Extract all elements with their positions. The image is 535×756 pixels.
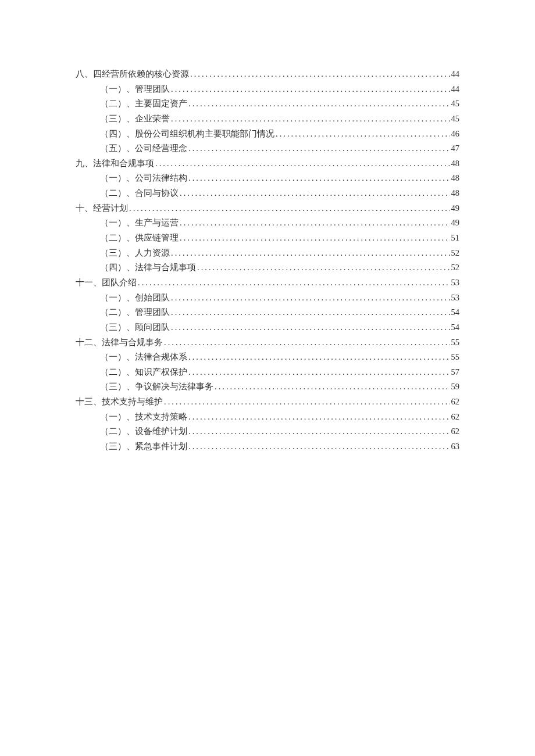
- toc-entry-page: 59: [451, 379, 460, 394]
- toc-leader-dots: [188, 439, 450, 454]
- toc-entry-label: （三）、企业荣誉: [100, 112, 170, 126]
- toc-entry: （二）、主要固定资产45: [76, 96, 459, 111]
- toc-entry: 十二、法律与合规事务55: [76, 335, 459, 350]
- toc-entry-label: （三）、紧急事件计划: [100, 439, 187, 454]
- toc-leader-dots: [171, 305, 450, 320]
- toc-entry: 九、法律和合规事项48: [76, 156, 459, 171]
- toc-entry-page: 48: [451, 171, 460, 185]
- toc-entry: （三）、企业荣誉45: [76, 112, 459, 126]
- toc-leader-dots: [215, 379, 450, 394]
- toc-entry-page: 48: [451, 186, 460, 200]
- toc-entry: （二）、合同与协议48: [76, 186, 459, 200]
- toc-entry-page: 45: [451, 96, 460, 111]
- toc-entry: （一）、法律合规体系55: [76, 350, 459, 364]
- toc-entry-label: （三）、争议解决与法律事务: [100, 379, 213, 394]
- toc-leader-dots: [171, 82, 450, 96]
- toc-entry-label: （一）、法律合规体系: [100, 350, 187, 364]
- toc-entry: 十三、技术支持与维护62: [76, 395, 459, 409]
- toc-entry-page: 49: [451, 216, 460, 230]
- toc-entry: （一）、管理团队44: [76, 82, 459, 96]
- toc-entry-page: 54: [451, 305, 460, 320]
- toc-entry-page: 44: [451, 82, 460, 96]
- toc-entry-label: 十二、法律与合规事务: [76, 335, 163, 350]
- toc-entry-page: 48: [451, 156, 460, 171]
- toc-entry-label: （一）、公司法律结构: [100, 171, 187, 185]
- toc-entry-label: （二）、主要固定资产: [100, 96, 187, 111]
- toc-entry-page: 62: [451, 395, 460, 409]
- toc-entry-page: 47: [451, 141, 460, 156]
- toc-entry: （四）、法律与合规事项52: [76, 260, 459, 275]
- toc-entry-label: 九、法律和合规事项: [76, 156, 154, 171]
- toc-entry: （一）、公司法律结构48: [76, 171, 459, 185]
- toc-leader-dots: [164, 395, 450, 409]
- toc-entry-page: 44: [451, 67, 460, 81]
- toc-leader-dots: [188, 410, 450, 424]
- toc-entry: （三）、争议解决与法律事务59: [76, 379, 459, 394]
- toc-entry: （三）、人力资源52: [76, 246, 459, 260]
- toc-entry: （五）、公司经营理念47: [76, 141, 459, 156]
- toc-entry-page: 63: [451, 439, 460, 454]
- toc-entry-label: 八、四经营所依赖的核心资源: [76, 67, 189, 81]
- toc-entry-label: （三）、顾问团队: [100, 320, 170, 335]
- toc-entry-label: （二）、合同与协议: [100, 186, 179, 200]
- toc-leader-dots: [188, 424, 450, 439]
- toc-leader-dots: [188, 365, 450, 379]
- toc-entry-label: （二）、设备维护计划: [100, 424, 187, 439]
- toc-leader-dots: [171, 291, 450, 305]
- toc-entry: （二）、管理团队54: [76, 305, 459, 320]
- toc-entry-page: 54: [451, 320, 460, 335]
- toc-leader-dots: [188, 171, 450, 185]
- toc-entry-page: 51: [451, 231, 460, 245]
- toc-entry-page: 62: [451, 410, 460, 424]
- toc-entry-label: 十三、技术支持与维护: [76, 395, 163, 409]
- toc-entry-page: 57: [451, 365, 460, 379]
- toc-leader-dots: [155, 156, 450, 171]
- toc-entry-label: （三）、人力资源: [100, 246, 170, 260]
- toc-leader-dots: [171, 246, 450, 260]
- toc-entry: 十、经营计划49: [76, 201, 459, 216]
- toc-leader-dots: [188, 141, 450, 156]
- toc-entry-page: 62: [451, 424, 460, 439]
- table-of-contents: 八、四经营所依赖的核心资源44（一）、管理团队44（二）、主要固定资产45（三）…: [76, 67, 459, 454]
- toc-entry-label: （一）、管理团队: [100, 82, 170, 96]
- toc-entry-page: 45: [451, 112, 460, 126]
- toc-entry: （四）、股份公司组织机构主要职能部门情况46: [76, 127, 459, 141]
- toc-entry: （一）、技术支持策略62: [76, 410, 459, 424]
- toc-entry-label: （二）、知识产权保护: [100, 365, 187, 379]
- toc-entry-label: 十一、团队介绍: [76, 275, 137, 290]
- toc-entry-label: （二）、管理团队: [100, 305, 170, 320]
- toc-leader-dots: [197, 260, 450, 275]
- toc-leader-dots: [180, 186, 450, 200]
- toc-entry: （二）、供应链管理51: [76, 231, 459, 245]
- document-page: 八、四经营所依赖的核心资源44（一）、管理团队44（二）、主要固定资产45（三）…: [0, 0, 535, 454]
- toc-leader-dots: [171, 320, 450, 335]
- toc-leader-dots: [276, 127, 450, 141]
- toc-leader-dots: [164, 335, 450, 350]
- toc-entry-label: （一）、创始团队: [100, 291, 170, 305]
- toc-entry-label: （一）、生产与运营: [100, 216, 179, 230]
- toc-leader-dots: [138, 275, 450, 290]
- toc-entry-label: （五）、公司经营理念: [100, 141, 187, 156]
- toc-entry-label: 十、经营计划: [76, 201, 128, 216]
- toc-entry-page: 55: [451, 350, 460, 364]
- toc-entry: （三）、紧急事件计划63: [76, 439, 459, 454]
- toc-entry-label: （一）、技术支持策略: [100, 410, 187, 424]
- toc-entry: （三）、顾问团队54: [76, 320, 459, 335]
- toc-entry-page: 53: [451, 275, 460, 290]
- toc-entry-page: 53: [451, 291, 460, 305]
- toc-leader-dots: [188, 350, 450, 364]
- toc-entry: 八、四经营所依赖的核心资源44: [76, 67, 459, 81]
- toc-leader-dots: [190, 67, 450, 81]
- toc-entry-page: 46: [451, 127, 460, 141]
- toc-entry-page: 55: [451, 335, 460, 350]
- toc-entry: （一）、生产与运营49: [76, 216, 459, 230]
- toc-entry: （二）、设备维护计划62: [76, 424, 459, 439]
- toc-entry-page: 52: [451, 246, 460, 260]
- toc-entry: （二）、知识产权保护57: [76, 365, 459, 379]
- toc-entry-label: （四）、法律与合规事项: [100, 260, 196, 275]
- toc-leader-dots: [180, 216, 450, 230]
- toc-leader-dots: [188, 96, 450, 111]
- toc-leader-dots: [171, 112, 450, 126]
- toc-entry-label: （四）、股份公司组织机构主要职能部门情况: [100, 127, 274, 141]
- toc-entry-page: 49: [451, 201, 460, 216]
